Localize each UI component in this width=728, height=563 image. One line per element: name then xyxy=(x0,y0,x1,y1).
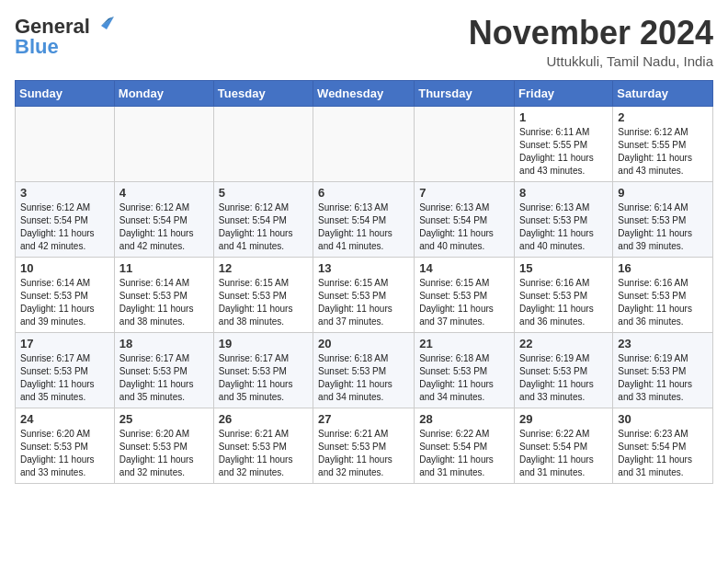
page-header: General Blue November 2024 Uttukkuli, Ta… xyxy=(15,15,713,69)
calendar-cell: 10Sunrise: 6:14 AM Sunset: 5:53 PM Dayli… xyxy=(16,257,115,332)
calendar-week-2: 3Sunrise: 6:12 AM Sunset: 5:54 PM Daylig… xyxy=(16,181,713,257)
day-number: 1 xyxy=(519,110,608,124)
day-number: 20 xyxy=(318,337,409,350)
calendar-cell: 22Sunrise: 6:19 AM Sunset: 5:53 PM Dayli… xyxy=(515,332,613,408)
day-number: 18 xyxy=(119,337,209,350)
calendar-cell: 16Sunrise: 6:16 AM Sunset: 5:53 PM Dayli… xyxy=(613,257,713,332)
day-number: 3 xyxy=(20,186,109,200)
day-info: Sunrise: 6:12 AM Sunset: 5:54 PM Dayligh… xyxy=(20,201,109,253)
calendar-week-4: 17Sunrise: 6:17 AM Sunset: 5:53 PM Dayli… xyxy=(16,332,713,408)
day-info: Sunrise: 6:20 AM Sunset: 5:53 PM Dayligh… xyxy=(119,428,209,479)
day-info: Sunrise: 6:13 AM Sunset: 5:54 PM Dayligh… xyxy=(318,201,409,253)
day-info: Sunrise: 6:12 AM Sunset: 5:55 PM Dayligh… xyxy=(618,126,708,178)
day-info: Sunrise: 6:16 AM Sunset: 5:53 PM Dayligh… xyxy=(618,277,708,328)
calendar-cell xyxy=(313,106,415,181)
calendar-header-row: SundayMondayTuesdayWednesdayThursdayFrid… xyxy=(16,80,713,106)
logo-bird-icon xyxy=(94,17,114,33)
weekday-header-sunday: Sunday xyxy=(16,80,115,106)
day-number: 5 xyxy=(219,186,308,200)
weekday-header-saturday: Saturday xyxy=(613,80,713,106)
day-info: Sunrise: 6:14 AM Sunset: 5:53 PM Dayligh… xyxy=(20,277,109,328)
day-number: 16 xyxy=(618,261,708,275)
calendar-cell xyxy=(114,106,213,181)
day-number: 15 xyxy=(519,261,608,275)
title-block: November 2024 Uttukkuli, Tamil Nadu, Ind… xyxy=(469,15,713,69)
calendar-cell: 24Sunrise: 6:20 AM Sunset: 5:53 PM Dayli… xyxy=(16,408,115,483)
day-number: 10 xyxy=(20,261,109,275)
day-number: 25 xyxy=(119,412,209,426)
day-number: 4 xyxy=(119,186,209,200)
calendar-cell: 17Sunrise: 6:17 AM Sunset: 5:53 PM Dayli… xyxy=(16,332,115,408)
day-number: 13 xyxy=(318,261,409,275)
day-info: Sunrise: 6:13 AM Sunset: 5:54 PM Dayligh… xyxy=(419,201,509,253)
weekday-header-monday: Monday xyxy=(114,80,213,106)
day-info: Sunrise: 6:15 AM Sunset: 5:53 PM Dayligh… xyxy=(219,277,308,328)
day-number: 19 xyxy=(219,337,308,350)
calendar-cell: 7Sunrise: 6:13 AM Sunset: 5:54 PM Daylig… xyxy=(415,181,515,257)
day-info: Sunrise: 6:15 AM Sunset: 5:53 PM Dayligh… xyxy=(419,277,509,328)
calendar-cell: 23Sunrise: 6:19 AM Sunset: 5:53 PM Dayli… xyxy=(613,332,713,408)
calendar-cell: 6Sunrise: 6:13 AM Sunset: 5:54 PM Daylig… xyxy=(313,181,415,257)
calendar-subtitle: Uttukkuli, Tamil Nadu, India xyxy=(469,53,713,69)
day-info: Sunrise: 6:12 AM Sunset: 5:54 PM Dayligh… xyxy=(219,201,308,253)
calendar-cell: 13Sunrise: 6:15 AM Sunset: 5:53 PM Dayli… xyxy=(313,257,415,332)
calendar-cell: 12Sunrise: 6:15 AM Sunset: 5:53 PM Dayli… xyxy=(213,257,313,332)
day-info: Sunrise: 6:18 AM Sunset: 5:53 PM Dayligh… xyxy=(318,352,409,404)
day-info: Sunrise: 6:16 AM Sunset: 5:53 PM Dayligh… xyxy=(519,277,608,328)
day-info: Sunrise: 6:21 AM Sunset: 5:53 PM Dayligh… xyxy=(318,428,409,479)
day-number: 26 xyxy=(219,412,308,426)
calendar-cell xyxy=(16,106,115,181)
day-info: Sunrise: 6:19 AM Sunset: 5:53 PM Dayligh… xyxy=(519,352,608,404)
calendar-cell xyxy=(213,106,313,181)
day-number: 11 xyxy=(119,261,209,275)
calendar-cell: 11Sunrise: 6:14 AM Sunset: 5:53 PM Dayli… xyxy=(114,257,213,332)
calendar-cell xyxy=(415,106,515,181)
day-number: 29 xyxy=(519,412,608,426)
logo: General Blue xyxy=(15,15,114,59)
day-info: Sunrise: 6:18 AM Sunset: 5:53 PM Dayligh… xyxy=(419,352,509,404)
calendar-cell: 15Sunrise: 6:16 AM Sunset: 5:53 PM Dayli… xyxy=(515,257,613,332)
calendar-cell: 21Sunrise: 6:18 AM Sunset: 5:53 PM Dayli… xyxy=(415,332,515,408)
day-info: Sunrise: 6:22 AM Sunset: 5:54 PM Dayligh… xyxy=(419,428,509,479)
day-info: Sunrise: 6:11 AM Sunset: 5:55 PM Dayligh… xyxy=(519,126,608,178)
calendar-cell: 28Sunrise: 6:22 AM Sunset: 5:54 PM Dayli… xyxy=(415,408,515,483)
day-number: 17 xyxy=(20,337,109,350)
day-number: 9 xyxy=(618,186,708,200)
day-info: Sunrise: 6:17 AM Sunset: 5:53 PM Dayligh… xyxy=(219,352,308,404)
day-number: 12 xyxy=(219,261,308,275)
calendar-cell: 18Sunrise: 6:17 AM Sunset: 5:53 PM Dayli… xyxy=(114,332,213,408)
calendar-week-1: 1Sunrise: 6:11 AM Sunset: 5:55 PM Daylig… xyxy=(16,106,713,181)
day-info: Sunrise: 6:22 AM Sunset: 5:54 PM Dayligh… xyxy=(519,428,608,479)
calendar-cell: 30Sunrise: 6:23 AM Sunset: 5:54 PM Dayli… xyxy=(613,408,713,483)
weekday-header-thursday: Thursday xyxy=(415,80,515,106)
day-info: Sunrise: 6:13 AM Sunset: 5:53 PM Dayligh… xyxy=(519,201,608,253)
day-number: 6 xyxy=(318,186,409,200)
day-info: Sunrise: 6:17 AM Sunset: 5:53 PM Dayligh… xyxy=(20,352,109,404)
day-info: Sunrise: 6:17 AM Sunset: 5:53 PM Dayligh… xyxy=(119,352,209,404)
day-info: Sunrise: 6:23 AM Sunset: 5:54 PM Dayligh… xyxy=(618,428,708,479)
day-number: 23 xyxy=(618,337,708,350)
day-number: 7 xyxy=(419,186,509,200)
day-number: 14 xyxy=(419,261,509,275)
weekday-header-wednesday: Wednesday xyxy=(313,80,415,106)
weekday-header-friday: Friday xyxy=(515,80,613,106)
calendar-cell: 20Sunrise: 6:18 AM Sunset: 5:53 PM Dayli… xyxy=(313,332,415,408)
day-number: 27 xyxy=(318,412,409,426)
day-info: Sunrise: 6:19 AM Sunset: 5:53 PM Dayligh… xyxy=(618,352,708,404)
day-number: 21 xyxy=(419,337,509,350)
calendar-cell: 4Sunrise: 6:12 AM Sunset: 5:54 PM Daylig… xyxy=(114,181,213,257)
logo-blue-text: Blue xyxy=(15,35,59,59)
calendar-table: SundayMondayTuesdayWednesdayThursdayFrid… xyxy=(15,80,713,484)
day-number: 28 xyxy=(419,412,509,426)
day-number: 24 xyxy=(20,412,109,426)
calendar-cell: 9Sunrise: 6:14 AM Sunset: 5:53 PM Daylig… xyxy=(613,181,713,257)
day-info: Sunrise: 6:15 AM Sunset: 5:53 PM Dayligh… xyxy=(318,277,409,328)
calendar-cell: 14Sunrise: 6:15 AM Sunset: 5:53 PM Dayli… xyxy=(415,257,515,332)
calendar-cell: 26Sunrise: 6:21 AM Sunset: 5:53 PM Dayli… xyxy=(213,408,313,483)
calendar-cell: 27Sunrise: 6:21 AM Sunset: 5:53 PM Dayli… xyxy=(313,408,415,483)
calendar-cell: 2Sunrise: 6:12 AM Sunset: 5:55 PM Daylig… xyxy=(613,106,713,181)
calendar-cell: 8Sunrise: 6:13 AM Sunset: 5:53 PM Daylig… xyxy=(515,181,613,257)
calendar-cell: 29Sunrise: 6:22 AM Sunset: 5:54 PM Dayli… xyxy=(515,408,613,483)
day-number: 22 xyxy=(519,337,608,350)
svg-marker-0 xyxy=(101,17,114,29)
